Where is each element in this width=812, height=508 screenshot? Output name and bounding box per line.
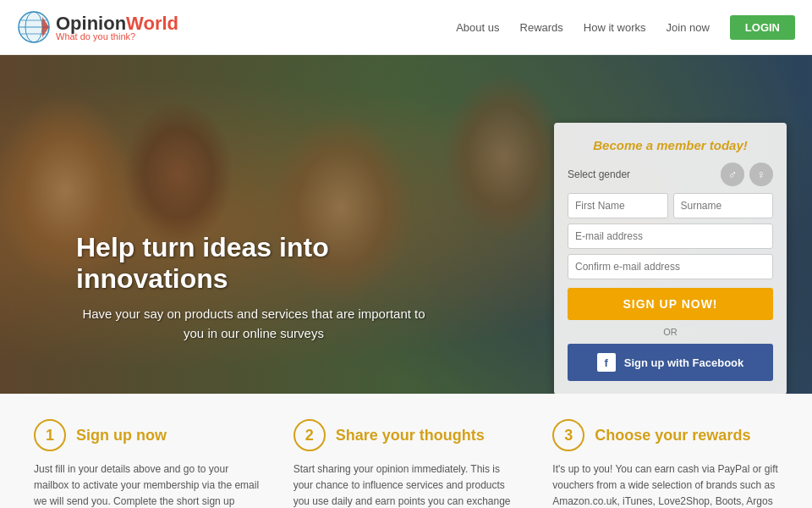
- email-input[interactable]: [568, 224, 773, 249]
- globe-icon: [17, 10, 51, 44]
- hero-section: Help turn ideas into innovations Have yo…: [0, 55, 812, 394]
- step-3-desc: It's up to you! You can earn cash via Pa…: [552, 461, 778, 508]
- step-2-circle: 2: [294, 419, 326, 451]
- step-2: 2 Share your thoughts Start sharing your…: [294, 419, 519, 508]
- nav-rewards[interactable]: Rewards: [520, 21, 563, 34]
- step-1-title: Sign up now: [76, 427, 167, 444]
- hero-content: Help turn ideas into innovations Have yo…: [76, 232, 431, 343]
- nav-about[interactable]: About us: [456, 21, 499, 34]
- step-3-title: Choose your rewards: [595, 427, 750, 444]
- nav-how-it-works[interactable]: How it works: [584, 21, 646, 34]
- logo-area: OpinionWorld What do you think?: [17, 10, 178, 44]
- hero-headline: Help turn ideas into innovations: [76, 232, 431, 295]
- or-divider: OR: [568, 327, 773, 337]
- confirm-email-input[interactable]: [568, 254, 773, 279]
- facebook-signup-button[interactable]: f Sign up with Facebook: [568, 344, 773, 381]
- confirm-email-row: [568, 254, 773, 279]
- main-nav: About us Rewards How it works Join now L…: [456, 15, 795, 40]
- nav-join-now[interactable]: Join now: [667, 21, 710, 34]
- gender-row: Select gender ♂ ♀: [568, 163, 773, 186]
- gender-icons: ♂ ♀: [721, 163, 773, 186]
- steps-section: 1 Sign up now Just fill in your details …: [0, 394, 812, 508]
- step-3-circle: 3: [552, 419, 584, 451]
- gender-male-icon[interactable]: ♂: [721, 163, 744, 186]
- signup-card-title: Become a member today!: [568, 138, 773, 152]
- step-1-header: 1 Sign up now: [34, 419, 260, 451]
- hero-subtext: Have your say on products and services t…: [76, 305, 431, 343]
- gender-female-icon[interactable]: ♀: [749, 163, 773, 186]
- step-1: 1 Sign up now Just fill in your details …: [34, 419, 260, 508]
- signup-card: Become a member today! Select gender ♂ ♀…: [554, 123, 787, 394]
- step-2-title: Share your thoughts: [336, 427, 485, 444]
- gender-label: Select gender: [568, 168, 712, 180]
- step-1-circle: 1: [34, 419, 66, 451]
- header: OpinionWorld What do you think? About us…: [0, 0, 812, 55]
- step-3-header: 3 Choose your rewards: [552, 419, 778, 451]
- step-1-desc: Just fill in your details above and go t…: [34, 461, 260, 508]
- facebook-icon: f: [597, 353, 616, 372]
- step-2-desc: Start sharing your opinion immediately. …: [294, 461, 519, 508]
- logo-text-block: OpinionWorld What do you think?: [56, 13, 178, 41]
- email-row: [568, 224, 773, 249]
- login-button[interactable]: LOGIN: [730, 15, 795, 40]
- step-3: 3 Choose your rewards It's up to you! Yo…: [552, 419, 778, 508]
- name-row: [568, 193, 773, 218]
- first-name-input[interactable]: [568, 193, 668, 218]
- signup-now-button[interactable]: SIGN UP NOW!: [568, 288, 773, 320]
- facebook-button-label: Sign up with Facebook: [624, 356, 744, 369]
- step-2-header: 2 Share your thoughts: [294, 419, 519, 451]
- surname-input[interactable]: [673, 193, 774, 218]
